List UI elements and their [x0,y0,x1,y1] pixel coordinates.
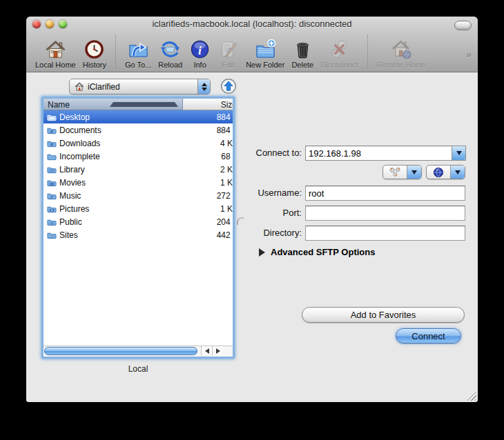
documents-folder-icon [47,126,57,134]
info-icon: i [189,39,211,60]
port-field[interactable] [305,206,465,221]
movies-folder-icon [47,179,57,187]
edit-button[interactable]: Edit [217,39,239,69]
sort-ascending-icon [110,102,179,107]
svg-text:i: i [198,43,202,57]
toolbar-item-label: Go To... [125,61,151,69]
downloads-folder-icon [47,139,57,148]
chevron-down-icon [455,170,461,174]
desktop-folder-icon [47,113,57,121]
toolbar-item-label: History [83,61,106,69]
pictures-folder-icon [47,205,57,213]
reload-button[interactable]: Reload [158,39,182,69]
network-browser-dropdown[interactable] [426,165,465,179]
info-button[interactable]: i Info [189,39,211,69]
music-folder-icon [47,192,57,200]
username-field[interactable] [305,186,465,201]
reload-icon [159,39,181,60]
volume-popup-value: iClarified [88,82,197,92]
add-to-favorites-button[interactable]: Add to Favorites [302,307,465,323]
connect-button[interactable]: Connect [396,328,461,343]
local-pane-caption: Local [41,364,235,374]
dropdown-arrow-button[interactable] [450,166,465,179]
clock-icon [84,39,105,60]
edit-notepad-icon [217,39,239,60]
combo-dropdown-button[interactable] [452,146,465,160]
incomplete-folder-icon [47,152,57,161]
directory-label: Directory: [199,226,302,241]
directory-field[interactable] [305,226,465,241]
trash-icon [292,39,313,60]
window-title: iclarifieds-macbook.local (localhost): d… [26,19,478,29]
toolbar-overflow-chevron[interactable]: » [466,48,472,60]
scrollbar-thumb[interactable] [44,347,197,355]
horizontal-scrollbar[interactable] [43,346,233,357]
toolbar-item-label: New Folder [246,61,284,69]
toolbar-item-label: Info [193,61,206,69]
delete-button[interactable]: Delete [291,39,313,69]
column-header-size[interactable]: Size [183,99,233,110]
goto-folder-icon [128,39,149,60]
library-folder-icon [47,166,57,174]
scroll-left-button[interactable] [201,346,212,356]
disconnect-button[interactable]: Disconnect [320,39,358,69]
remote-home-button[interactable]: Remote Home [377,39,426,69]
up-arrow-icon [220,78,237,94]
sites-folder-icon [47,231,57,239]
popup-stepper [197,79,210,94]
volume-popup-button[interactable]: iClarified [69,79,211,94]
content-area: iClarified Name Size Desktop [26,72,478,402]
toolbar-item-label: Disconnect [320,61,358,69]
toolbar-item-label: Edit [222,61,235,69]
toolbar-item-label: Delete [291,61,313,69]
fugu-window: iclarifieds-macbook.local (localhost): d… [26,17,478,402]
dropdown-arrow-button[interactable] [407,166,421,179]
chevron-down-icon [456,151,462,155]
toolbar-separator [115,35,116,68]
advanced-sftp-options-disclosure[interactable]: Advanced SFTP Options [259,247,375,257]
window-chrome: iclarifieds-macbook.local (localhost): d… [26,17,478,72]
file-row-desktop[interactable]: Desktop 884 B [43,110,233,123]
titlebar[interactable]: iclarifieds-macbook.local (localhost): d… [26,17,478,32]
toolbar-item-label: Local Home [35,61,76,69]
toolbar-separator [367,35,368,68]
history-button[interactable]: History [83,39,106,69]
home-mini-icon [75,82,84,91]
go-up-directory-button[interactable] [220,78,237,94]
toolbar-item-label: Remote Home [377,61,426,69]
house-icon [45,39,66,60]
toolbar-pill-button[interactable] [454,21,472,30]
toolbar: Local Home History Go To. [26,32,478,72]
port-label: Port: [199,206,302,221]
chevron-down-icon [411,170,417,174]
new-folder-button[interactable]: New Folder [246,39,284,69]
remote-home-icon [391,39,412,60]
username-label: Username: [199,186,302,201]
disconnect-icon [329,39,350,60]
connect-to-combobox[interactable] [305,146,466,161]
network-nodes-icon [388,167,402,177]
public-folder-icon [47,218,57,226]
new-folder-icon [255,39,276,60]
file-row-documents[interactable]: Documents 884 B [43,123,233,137]
connect-to-label: Connect to: [199,146,302,161]
toolbar-item-label: Reload [158,61,182,69]
local-home-button[interactable]: Local Home [35,39,76,69]
disclosure-triangle-icon [259,248,265,257]
list-header: Name Size [43,99,233,110]
column-header-name[interactable]: Name [43,99,183,110]
scroll-right-button[interactable] [212,346,223,356]
globe-icon [433,167,444,178]
file-row-library[interactable]: Library 2 KB [43,163,233,176]
go-to-button[interactable]: Go To... [125,39,151,69]
connect-to-input[interactable] [306,146,452,160]
advanced-options-label: Advanced SFTP Options [271,247,375,257]
bonjour-servers-dropdown[interactable] [382,165,422,179]
